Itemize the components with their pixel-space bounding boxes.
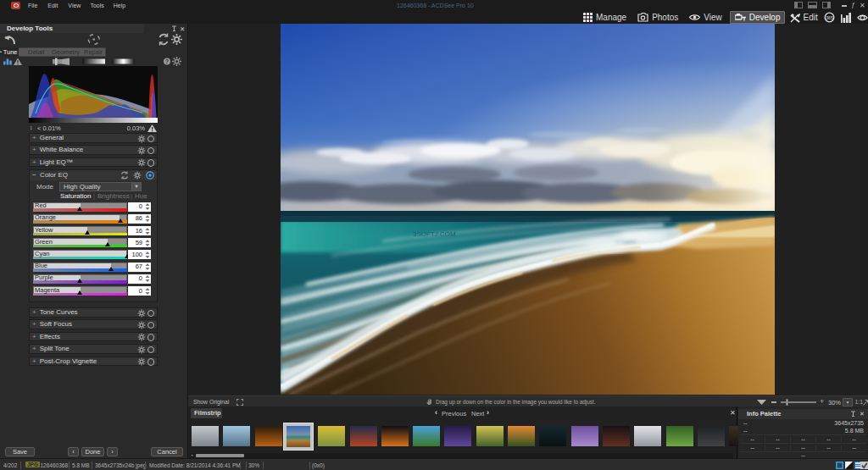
svg-text:?: ? — [165, 58, 169, 64]
svg-text:365: 365 — [826, 15, 833, 20]
svg-text:3SOFTJ.COM: 3SOFTJ.COM — [413, 230, 456, 238]
